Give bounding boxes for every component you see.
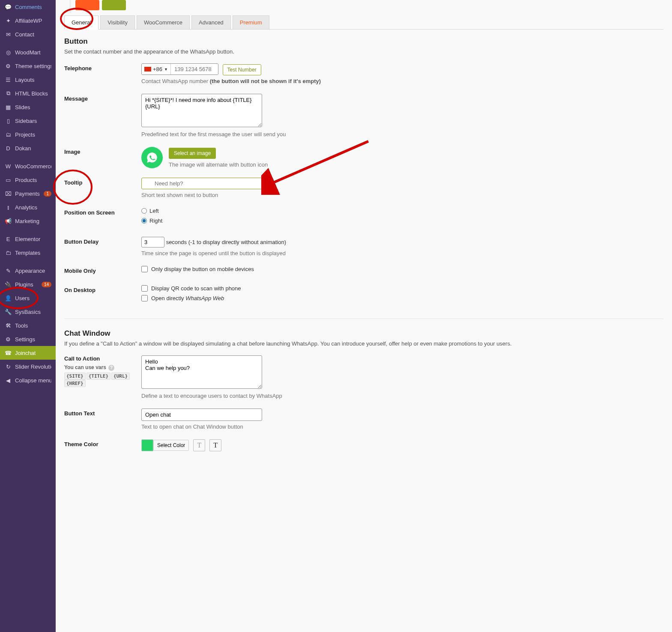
- sidebar-item-slider-revolution[interactable]: ↻Slider Revolution: [0, 360, 56, 373]
- delay-label: Button Delay: [64, 237, 141, 245]
- position-left-radio[interactable]: Left: [141, 208, 441, 214]
- folder-icon: 🗀: [4, 249, 12, 256]
- card-icon: ⌧: [4, 190, 12, 197]
- sidebar-item-joinchat[interactable]: ☎Joinchat: [0, 346, 56, 360]
- tab-general[interactable]: General: [64, 15, 99, 30]
- sidebar-item-appearance[interactable]: ✎Appearance: [0, 264, 56, 277]
- china-flag-icon: [144, 67, 151, 72]
- chat-section-desc: If you define a "Call to Action" a windo…: [64, 340, 663, 347]
- code-icon: ⧉: [4, 89, 12, 97]
- position-right-radio[interactable]: Right: [141, 218, 441, 224]
- delay-input[interactable]: [141, 237, 164, 247]
- theme-dark-toggle[interactable]: T: [209, 439, 221, 451]
- sidebar-item-templates[interactable]: 🗀Templates: [0, 246, 56, 259]
- badge: 14: [42, 282, 51, 287]
- var-chip[interactable]: {HREF}: [64, 380, 86, 387]
- comment-icon: 💬: [4, 3, 12, 11]
- sidebar-item-analytics[interactable]: ⫿Analytics: [0, 200, 56, 214]
- sidebar-item-collapse-menu[interactable]: ◀Collapse menu: [0, 373, 56, 387]
- e-icon: E: [4, 235, 12, 243]
- sidebar-item-layouts[interactable]: ☰Layouts: [0, 73, 56, 86]
- cta-help: Define a text to encourage users to cont…: [141, 393, 441, 399]
- tools-icon: 🛠: [4, 322, 12, 329]
- tooltip-label: Tooltip: [64, 178, 141, 186]
- tab-premium[interactable]: Premium: [233, 15, 269, 29]
- mail-icon: ✉: [4, 30, 12, 38]
- var-chip[interactable]: {TITLE}: [87, 373, 111, 380]
- tab-woocommerce[interactable]: WooCommerce: [137, 15, 190, 29]
- d-icon: D: [4, 144, 12, 152]
- mobile-only-checkbox[interactable]: Only display the button on mobile device…: [141, 266, 441, 272]
- color-swatch[interactable]: [141, 439, 153, 451]
- settings-content: GeneralVisibilityWooCommerceAdvancedPrem…: [56, 0, 672, 632]
- sidebar-item-html-blocks[interactable]: ⧉HTML Blocks: [0, 86, 56, 100]
- telephone-label: Telephone: [64, 63, 141, 72]
- tab-visibility[interactable]: Visibility: [100, 15, 135, 29]
- header-orange-button[interactable]: [75, 0, 99, 10]
- delay-help: Time since the page is opened until the …: [141, 250, 441, 256]
- telephone-input[interactable]: [171, 64, 218, 75]
- desktop-qr-checkbox[interactable]: Display QR code to scan with phone: [141, 285, 441, 292]
- sidebar-item-projects[interactable]: 🗂Projects: [0, 128, 56, 141]
- header-green-button[interactable]: [102, 0, 126, 10]
- share-icon: ✦: [4, 17, 12, 24]
- sidebar-item-theme-settings[interactable]: ⚙Theme settings: [0, 59, 56, 73]
- wrench-icon: 🔧: [4, 308, 12, 316]
- badge: 1: [44, 191, 51, 197]
- columns-icon: ▯: [4, 117, 12, 125]
- button-text-input[interactable]: [141, 408, 262, 421]
- woo-icon: W: [4, 162, 12, 170]
- sidebar-item-slides[interactable]: ▦Slides: [0, 100, 56, 114]
- theme-light-toggle[interactable]: T: [193, 439, 205, 451]
- select-image-button[interactable]: Select an image: [169, 148, 216, 159]
- sidebar-item-marketing[interactable]: 📢Marketing: [0, 214, 56, 228]
- country-code-selector[interactable]: +86 ▼: [142, 64, 171, 75]
- sidebar-item-dokan[interactable]: DDokan: [0, 141, 56, 155]
- sidebar-item-comments[interactable]: 💬Comments: [0, 0, 56, 14]
- sliders-icon: ⚙: [4, 62, 12, 70]
- sidebar-item-elementor[interactable]: EElementor: [0, 232, 56, 246]
- chat-section-title: Chat Window: [64, 329, 663, 338]
- select-color-button[interactable]: Select Color: [153, 440, 189, 451]
- sidebar-item-woocommerce[interactable]: WWooCommerce: [0, 159, 56, 173]
- sidebar-item-tools[interactable]: 🛠Tools: [0, 319, 56, 332]
- tooltip-help: Short text shown next to button: [141, 192, 441, 198]
- whatsapp-icon: ☎: [4, 349, 12, 357]
- test-number-button[interactable]: Test Number: [223, 64, 261, 75]
- sidebar-item-settings[interactable]: ⚙Settings: [0, 332, 56, 346]
- sidebar-item-contact[interactable]: ✉Contact: [0, 27, 56, 41]
- sidebar-item-products[interactable]: ▭Products: [0, 173, 56, 187]
- admin-sidebar: 💬Comments✦AffiliateWP✉Contact◎WoodMart⚙T…: [0, 0, 56, 632]
- tooltip-input[interactable]: [141, 178, 262, 189]
- button-text-help: Text to open chat on Chat Window button: [141, 423, 441, 430]
- sidebar-item-sidebars[interactable]: ▯Sidebars: [0, 114, 56, 128]
- message-textarea[interactable]: Hi *{SITE}*! I need more info about {TIT…: [141, 94, 262, 127]
- megaphone-icon: 📢: [4, 217, 12, 225]
- section-title: Button: [64, 37, 663, 46]
- var-chip[interactable]: {URL}: [111, 373, 130, 380]
- cta-textarea[interactable]: [141, 355, 262, 389]
- delay-suffix: seconds (-1 to display directly without …: [166, 239, 286, 245]
- tab-advanced[interactable]: Advanced: [191, 15, 231, 29]
- desktop-web-checkbox[interactable]: Open directly WhatsApp Web: [141, 295, 441, 301]
- sidebar-item-woodmart[interactable]: ◎WoodMart: [0, 45, 56, 59]
- var-chip[interactable]: {SITE}: [64, 373, 86, 380]
- image-help: The image will alternate with button ico…: [169, 161, 268, 168]
- button-text-label: Button Text: [64, 408, 141, 417]
- section-desc: Set the contact number and the appearanc…: [64, 48, 663, 55]
- whatsapp-icon: [141, 147, 163, 168]
- settings-tabs: GeneralVisibilityWooCommerceAdvancedPrem…: [64, 15, 663, 30]
- sidebar-item-plugins[interactable]: 🔌Plugins14: [0, 277, 56, 291]
- sidebar-item-payments[interactable]: ⌧Payments1: [0, 187, 56, 200]
- theme-color-label: Theme Color: [64, 439, 141, 447]
- refresh-icon: ↻: [4, 363, 12, 370]
- sidebar-item-users[interactable]: 👤Users: [0, 291, 56, 305]
- archive-icon: ▭: [4, 176, 12, 184]
- sidebar-item-sysbasics[interactable]: 🔧SysBasics: [0, 305, 56, 319]
- plug-icon: 🔌: [4, 280, 12, 288]
- chart-icon: ⫿: [4, 203, 12, 211]
- cta-label: Call to Action: [64, 355, 141, 362]
- user-icon: 👤: [4, 294, 12, 302]
- sidebar-item-affiliatewp[interactable]: ✦AffiliateWP: [0, 14, 56, 27]
- vars-hint: You can use vars ?: [64, 364, 141, 371]
